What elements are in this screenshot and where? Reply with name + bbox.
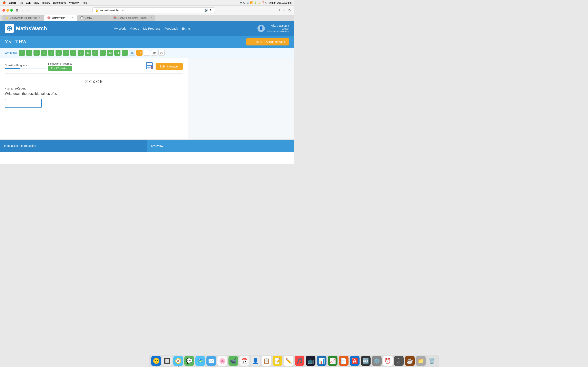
tab-chatgpt[interactable]: 💬 ChatGPT: [77, 15, 110, 21]
renewal-text: 319 days until renewal: [267, 30, 289, 33]
app-name[interactable]: Safari: [9, 1, 16, 4]
tabs-overview-button[interactable]: ⧉: [288, 8, 292, 13]
apple-menu[interactable]: 🍎: [2, 1, 6, 4]
svg-rect-10: [150, 67, 151, 69]
work-area: [188, 58, 294, 140]
menubar-right: 🎮 ⏱ 📡 📶 🔋 🌙 ⏰ A Thu 24 Oct 12:09 pm: [240, 1, 292, 4]
question-nav-item-14[interactable]: 14: [114, 50, 121, 56]
app-header: MathsWatch My Work Videos My Progress Fe…: [0, 21, 294, 36]
question-content: 2 ≤ x ≤ 8 x is an integer. Write down th…: [5, 77, 183, 110]
homework-progress-label: Homework Progress: [48, 62, 72, 65]
reload-icon[interactable]: ↻: [210, 8, 212, 12]
overview-link[interactable]: Overview: [5, 51, 17, 54]
homework-marks-badge: 32 / 87 Marks: [48, 66, 72, 71]
logout-link[interactable]: Logout: [267, 27, 289, 30]
calculator-icon[interactable]: [146, 62, 153, 71]
audio-icon: 🔊: [204, 8, 208, 12]
svg-rect-4: [147, 63, 152, 65]
tab-mathswatch-title: MathsWatch: [52, 17, 70, 19]
question-math-expression: 2 ≤ x ≤ 8: [5, 79, 183, 84]
question-progress-section: Question Progress: [5, 64, 46, 69]
lock-icon: 🔒: [95, 9, 98, 12]
menu-file[interactable]: File: [19, 1, 23, 4]
bottom-panel-left: Inequalities - Introduction: [0, 140, 147, 152]
address-bar[interactable]: 🔒 vle.mathswatch.co.uk 🔊 ↻: [93, 7, 215, 13]
tab-studyx-title: Best AI Homework Helper & Homework AI Tu…: [118, 17, 149, 19]
progress-area: Question Progress Homework Progress 32 /…: [5, 62, 183, 74]
question-nav-item-16[interactable]: 16: [129, 50, 135, 56]
tab-studyx[interactable]: 📚 Best AI Homework Helper & Homework AI …: [111, 15, 155, 21]
tab-classcharts-close[interactable]: ✕: [38, 17, 41, 19]
logo-text: MathsWatch: [16, 25, 47, 32]
maximize-window-button[interactable]: [10, 9, 13, 12]
menu-edit[interactable]: Edit: [26, 1, 30, 4]
hw-banner: Year 7 HW ↵ Return to Assigned Work: [0, 36, 294, 48]
share-button[interactable]: ⤴: [278, 8, 281, 13]
tab-mathswatch-close[interactable]: ✕: [71, 17, 74, 19]
menu-window[interactable]: Window: [69, 1, 79, 4]
question-nav-item-12[interactable]: 12: [100, 50, 106, 56]
menu-history[interactable]: History: [42, 1, 50, 4]
question-nav-item-8[interactable]: 8: [70, 50, 76, 56]
question-nav-item-15[interactable]: 15: [122, 50, 128, 56]
nav-feedback[interactable]: Feedback: [164, 27, 178, 30]
nav-videos[interactable]: Videos: [130, 27, 139, 30]
question-nav-item-19[interactable]: 19: [151, 50, 157, 56]
question-nav-item-2[interactable]: 2: [26, 50, 32, 56]
nav-my-work[interactable]: My Work: [114, 27, 126, 30]
tab-studyx-close[interactable]: ✕: [150, 17, 153, 19]
main-nav: My Work Videos My Progress Feedback Extr…: [114, 27, 191, 30]
menu-bookmarks[interactable]: Bookmarks: [53, 1, 66, 4]
chatgpt-favicon: 💬: [80, 16, 84, 19]
question-line2: Write down the possible values of x.: [5, 92, 183, 96]
submit-answer-button[interactable]: Submit Answer: [156, 63, 183, 70]
browser-actions: ⤴ + ⧉: [278, 8, 292, 13]
question-nav-item-7[interactable]: 7: [63, 50, 69, 56]
question-nav-item-18[interactable]: 18: [144, 50, 150, 56]
question-progress-bar: [5, 68, 46, 69]
question-nav-item-11[interactable]: 11: [92, 50, 98, 56]
question-nav-item-20[interactable]: 20: [158, 50, 164, 56]
back-button[interactable]: ‹: [21, 8, 25, 13]
nav-extras[interactable]: Extras: [182, 27, 191, 30]
question-nav-item-6[interactable]: 6: [56, 50, 62, 56]
datetime: Thu 24 Oct 12:09 pm: [268, 1, 292, 4]
question-nav-item-5[interactable]: 5: [48, 50, 54, 56]
question-nav-item-13[interactable]: 13: [107, 50, 113, 56]
browser-chrome: ⊞ ‹ › 🔒 vle.mathswatch.co.uk 🔊 ↻ ⤴ + ⧉ ✨…: [0, 6, 294, 21]
question-nav-item-4[interactable]: 4: [41, 50, 47, 56]
return-to-assigned-work-button[interactable]: ↵ Return to Assigned Work: [246, 38, 289, 45]
question-nav-item-3[interactable]: 3: [34, 50, 40, 56]
svg-point-11: [151, 66, 153, 67]
svg-rect-5: [147, 66, 148, 67]
question-nav-item-9[interactable]: 9: [78, 50, 84, 56]
more-questions[interactable]: »: [166, 51, 167, 54]
nav-my-progress[interactable]: My Progress: [143, 27, 160, 30]
user-account-name[interactable]: Nika's account: [267, 24, 289, 27]
tab-chatgpt-title: ChatGPT: [85, 17, 107, 19]
svg-rect-6: [148, 66, 150, 67]
sidebar-toggle-button[interactable]: ⊞: [15, 8, 20, 13]
question-nav-item-10[interactable]: 10: [85, 50, 91, 56]
hw-title: Year 7 HW: [5, 39, 26, 44]
svg-point-12: [151, 67, 153, 69]
user-section: 👤 Nika's account Logout 319 days until r…: [258, 24, 289, 33]
menu-help[interactable]: Help: [81, 1, 87, 4]
classcharts-favicon: ✨: [5, 16, 9, 19]
tab-mathswatch[interactable]: 🎯 MathsWatch ✕: [44, 15, 77, 21]
question-nav-item-17[interactable]: 17: [136, 50, 143, 56]
question-line1: x is an integer.: [5, 87, 183, 90]
logo-maths: Maths: [16, 25, 31, 31]
answer-input[interactable]: [5, 99, 42, 108]
close-window-button[interactable]: [2, 9, 5, 12]
mathswatch-favicon: 🎯: [47, 16, 51, 19]
menu-view[interactable]: View: [34, 1, 39, 4]
question-nav-item-1[interactable]: 1: [19, 50, 25, 56]
new-tab-button[interactable]: +: [283, 8, 286, 13]
mac-menubar: 🍎 Safari File Edit View History Bookmark…: [0, 0, 294, 6]
logo-watch: Watch: [31, 25, 47, 31]
forward-button[interactable]: ›: [26, 8, 30, 13]
minimize-window-button[interactable]: [6, 9, 9, 12]
tab-classcharts[interactable]: ✨ ClassCharts Student App ✕: [2, 15, 44, 21]
homework-progress-section: Homework Progress 32 / 87 Marks: [48, 62, 72, 71]
